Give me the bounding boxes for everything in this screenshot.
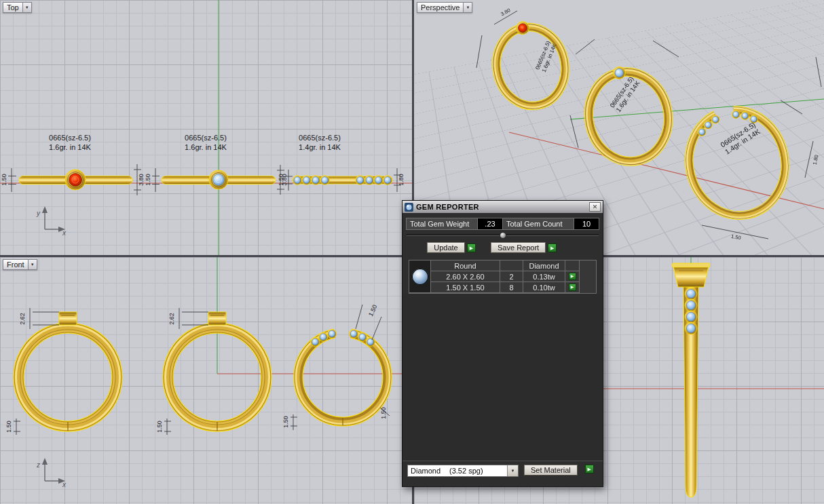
- svg-text:1.50: 1.50: [145, 174, 151, 186]
- ring-2-top[interactable]: [162, 170, 276, 189]
- viewport-top[interactable]: 1.50 3.80 1.50 3.80 1.50 1.80 0665(sz-6.…: [0, 0, 412, 255]
- update-button[interactable]: Update: [427, 242, 465, 253]
- material-dropdown[interactable]: Diamond (3.52 spg) ▼: [407, 465, 519, 477]
- close-icon[interactable]: ✕: [589, 202, 601, 212]
- total-gem-count-label: Total Gem Count: [503, 218, 574, 229]
- gem-row-size[interactable]: 1.50 X 1.50: [431, 282, 500, 293]
- svg-text:0665(sz-6.5): 0665(sz-6.5): [299, 134, 341, 142]
- viewport-menu-arrow-icon[interactable]: ▼: [22, 3, 31, 12]
- total-gem-count: Total Gem Count 10: [502, 218, 599, 229]
- svg-text:y: y: [36, 210, 41, 217]
- svg-text:1.4gr. in 14K: 1.4gr. in 14K: [299, 143, 341, 151]
- ring-3-front[interactable]: [294, 328, 392, 426]
- viewport-front[interactable]: 2.62 2.62 1.50 1.50 1.50 1.50 1.50 z x: [0, 257, 412, 504]
- svg-text:1.50: 1.50: [156, 421, 163, 433]
- ring-side-view[interactable]: [672, 263, 710, 497]
- svg-text:2.62: 2.62: [19, 313, 26, 325]
- gem-reporter-titlebar[interactable]: GEM REPORTER ✕: [402, 201, 603, 214]
- set-material-go-icon[interactable]: ▶: [585, 465, 594, 473]
- svg-text:0665(sz-6.5): 0665(sz-6.5): [49, 134, 91, 142]
- total-gem-weight-value: .23: [477, 218, 502, 229]
- splitter-knob[interactable]: [500, 232, 506, 239]
- column-header-shape: Round: [431, 260, 500, 271]
- ring-3-annotation: 0665(sz-6.5) 1.4gr. in 14K: [719, 120, 762, 155]
- set-material-button[interactable]: Set Material: [524, 465, 578, 476]
- svg-text:x: x: [62, 481, 67, 488]
- column-header-material: Diamond: [523, 260, 565, 271]
- action-buttons: Update ▶ Save Report ▶: [427, 242, 596, 253]
- svg-text:1.50: 1.50: [278, 174, 284, 186]
- ring-1-front[interactable]: [14, 312, 122, 431]
- gem-row-weight[interactable]: 0.10tw: [523, 282, 565, 293]
- total-gem-weight-label: Total Gem Weight: [407, 218, 477, 229]
- gem-row-go-cell: ▶: [565, 282, 580, 293]
- axis-indicator-top: y x: [36, 206, 67, 237]
- viewport-title: Front: [3, 260, 28, 269]
- save-report-go-icon[interactable]: ▶: [548, 244, 557, 252]
- panel-empty-area: [402, 294, 603, 461]
- material-footer: Diamond (3.52 spg) ▼ Set Material ▶: [402, 461, 603, 486]
- ring-annotations-top: 0665(sz-6.5) 1.6gr. in 14K 0665(sz-6.5) …: [49, 134, 341, 151]
- y-axis-line: [570, 99, 824, 119]
- update-go-icon[interactable]: ▶: [467, 244, 476, 252]
- panel-title: GEM REPORTER: [416, 203, 479, 211]
- axis-indicator-front: z x: [36, 458, 67, 488]
- gem-row-count[interactable]: 8: [500, 282, 523, 293]
- svg-text:1.50: 1.50: [730, 233, 741, 241]
- ring-1-annotation: 0665(sz-6.5) 1.6gr. in 14K: [534, 39, 558, 73]
- svg-text:3.80: 3.80: [138, 174, 145, 186]
- gem-image: [412, 269, 428, 285]
- column-header-empty: [565, 260, 580, 271]
- viewport-label-top[interactable]: Top ▼: [3, 2, 32, 13]
- svg-text:z: z: [36, 461, 40, 469]
- svg-text:0665(sz-6.5): 0665(sz-6.5): [185, 134, 227, 142]
- gem-totals: Total Gem Weight .23 Total Gem Count 10: [406, 218, 599, 230]
- column-header-empty: [500, 260, 523, 271]
- save-report-button[interactable]: Save Report: [491, 242, 546, 253]
- cad-workspace: 1.50 3.80 1.50 3.80 1.50 1.80 0665(sz-6.…: [0, 0, 824, 504]
- panel-splitter[interactable]: [407, 231, 599, 239]
- gem-thumbnail[interactable]: [409, 260, 431, 293]
- svg-text:1.80: 1.80: [812, 154, 820, 165]
- svg-text:1.50: 1.50: [1, 174, 7, 186]
- material-spg: (3.52 spg): [449, 467, 483, 475]
- gem-row-go-icon[interactable]: ▶: [569, 284, 576, 291]
- viewport-title: Top: [3, 3, 22, 12]
- svg-text:1.50: 1.50: [282, 416, 289, 428]
- gem-table: Round Diamond 2.60 X 2.60 2 0.13tw ▶ 1.5…: [409, 260, 597, 294]
- gem-row-size[interactable]: 2.60 X 2.60: [431, 271, 500, 282]
- viewport-label-front[interactable]: Front ▼: [3, 259, 37, 270]
- gem-reporter-icon: [405, 203, 413, 212]
- gem-row-go-cell: ▶: [565, 271, 580, 282]
- svg-text:1.50: 1.50: [5, 421, 12, 433]
- gem-row-weight[interactable]: 0.13tw: [523, 271, 565, 282]
- viewport-menu-arrow-icon[interactable]: ▼: [463, 3, 472, 12]
- material-name: Diamond: [408, 467, 441, 475]
- svg-text:1.50: 1.50: [367, 304, 378, 317]
- ring-3-perspective[interactable]: [673, 95, 801, 231]
- viewport-menu-arrow-icon[interactable]: ▼: [28, 260, 37, 269]
- total-gem-count-value: 10: [574, 218, 599, 229]
- svg-text:1.6gr. in 14K: 1.6gr. in 14K: [49, 143, 91, 151]
- ring-1-top[interactable]: [19, 170, 132, 190]
- gem-row-count[interactable]: 2: [500, 271, 523, 282]
- svg-text:1.6gr. in 14K: 1.6gr. in 14K: [185, 143, 227, 151]
- ring-1-perspective[interactable]: [484, 14, 577, 117]
- ring-3-top[interactable]: [293, 176, 392, 185]
- viewport-title: Perspective: [417, 3, 463, 12]
- svg-text:x: x: [62, 229, 67, 237]
- viewport-label-perspective[interactable]: Perspective ▼: [417, 2, 472, 13]
- ring-2-annotation: 0665(sz-6.5) 1.6gr. in 14K: [608, 75, 641, 113]
- svg-text:2.62: 2.62: [168, 313, 175, 325]
- gem-row-go-icon[interactable]: ▶: [569, 273, 576, 280]
- total-gem-weight: Total Gem Weight .23: [407, 218, 502, 229]
- dropdown-arrow-icon[interactable]: ▼: [507, 465, 518, 476]
- svg-text:1.80: 1.80: [398, 174, 405, 186]
- gem-reporter-panel: GEM REPORTER ✕ Total Gem Weight .23 Tota…: [402, 200, 603, 487]
- svg-text:1.50: 1.50: [380, 407, 387, 419]
